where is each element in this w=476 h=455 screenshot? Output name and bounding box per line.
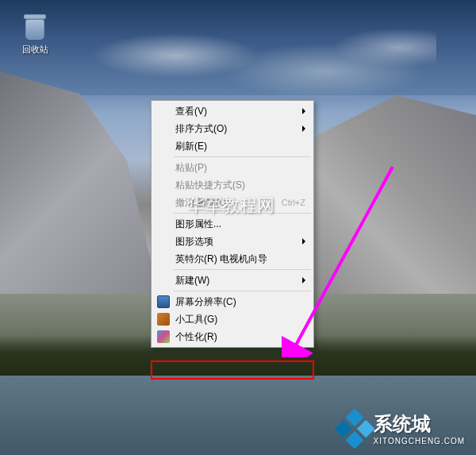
monitor-icon [157, 295, 170, 308]
menu-item-label: 图形属性... [175, 218, 305, 231]
menu-item-label: 英特尔(R) 电视机向导 [175, 253, 305, 266]
recycle-bin-desktop-icon[interactable]: 回收站 [14, 10, 56, 56]
menu-item[interactable]: 屏幕分辨率(C) [153, 293, 312, 310]
menu-item-label: 撤消 删除(U) [175, 196, 282, 210]
desktop-background-mountain [0, 71, 159, 294]
chevron-right-icon [302, 277, 305, 283]
menu-item[interactable]: 图形选项 [153, 233, 312, 250]
menu-item-label: 图形选项 [175, 235, 302, 249]
gadget-icon [157, 313, 170, 326]
menu-item-label: 屏幕分辨率(C) [175, 295, 305, 309]
menu-item-label: 刷新(E) [175, 140, 305, 153]
menu-item-label: 小工具(G) [175, 313, 305, 326]
menu-item: 粘贴快捷方式(S) [153, 176, 312, 194]
chevron-right-icon [302, 108, 305, 114]
menu-item-label: 查看(V) [175, 105, 302, 118]
recycle-bin-icon [19, 10, 51, 41]
menu-separator [174, 156, 311, 157]
menu-item[interactable]: 图形属性... [153, 215, 312, 233]
logo-diamond-icon [334, 408, 374, 449]
recycle-bin-label: 回收站 [14, 44, 56, 56]
menu-item: 粘贴(P) [153, 159, 312, 176]
desktop-context-menu: 查看(V)排序方式(O)刷新(E)粘贴(P)粘贴快捷方式(S)撤消 删除(U)C… [151, 100, 314, 348]
desktop-background-clouds [63, 24, 436, 103]
chevron-right-icon [302, 125, 305, 132]
personalize-icon [157, 330, 170, 343]
menu-item[interactable]: 小工具(G) [153, 310, 312, 328]
menu-item-shortcut: Ctrl+Z [282, 198, 305, 207]
menu-item-label: 个性化(R) [175, 330, 305, 344]
menu-item-label: 粘贴(P) [175, 161, 305, 175]
menu-item[interactable]: 个性化(R) [153, 328, 312, 345]
menu-item: 撤消 删除(U)Ctrl+Z [153, 194, 312, 211]
menu-separator [174, 213, 311, 214]
menu-item[interactable]: 英特尔(R) 电视机向导 [153, 250, 312, 268]
menu-separator [174, 269, 311, 270]
menu-item[interactable]: 刷新(E) [153, 137, 312, 155]
menu-item[interactable]: 排序方式(O) [153, 120, 312, 137]
menu-item-label: 排序方式(O) [175, 122, 302, 136]
menu-item-label: 新建(W) [175, 274, 302, 287]
menu-item[interactable]: 新建(W) [153, 272, 312, 289]
menu-separator [174, 291, 311, 291]
watermark-logo: 系统城 XITONGCHENG.COM [340, 411, 465, 445]
chevron-right-icon [302, 238, 305, 245]
menu-item[interactable]: 查看(V) [153, 102, 312, 120]
menu-item-label: 粘贴快捷方式(S) [175, 179, 305, 192]
logo-title: 系统城 [374, 411, 465, 437]
logo-url: XITONGCHENG.COM [374, 437, 465, 445]
